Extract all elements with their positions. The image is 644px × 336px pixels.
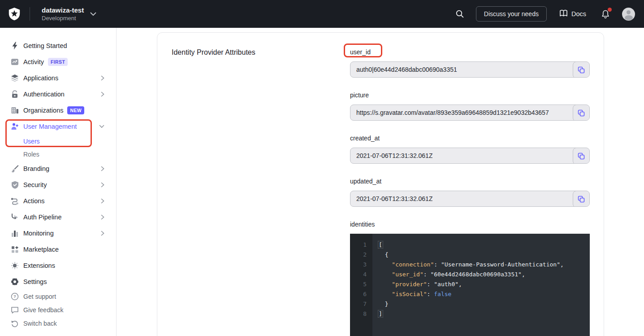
sidebar-item-branding[interactable]: Branding	[0, 161, 116, 177]
grid-plus-icon	[11, 245, 19, 253]
sidebar-subitem-roles[interactable]: Roles	[0, 148, 116, 161]
sidebar-item-organizations[interactable]: Organizations NEW	[0, 102, 116, 118]
field-picture: picture https://s.gravatar.com/avatar/89…	[350, 90, 590, 121]
code-line: 5 "provider": "auth0",	[350, 279, 590, 289]
sidebar-item-give-feedback[interactable]: Give feedback	[0, 303, 116, 317]
sidebar-subitem-users[interactable]: Users	[0, 135, 116, 148]
sidebar-item-auth-pipeline[interactable]: Auth Pipeline	[0, 209, 116, 225]
discuss-your-needs-button[interactable]: Discuss your needs	[476, 6, 547, 22]
lightning-icon	[11, 42, 19, 50]
field-label-identities: identities	[350, 219, 590, 229]
lock-icon	[11, 90, 19, 98]
field-label-updated-at: updated_at	[350, 176, 590, 186]
sidebar-item-applications[interactable]: Applications	[0, 70, 116, 86]
topbar-divider	[30, 7, 30, 21]
code-line: 8]	[350, 309, 590, 319]
field-label-created-at: created_at	[350, 133, 590, 143]
docs-label: Docs	[571, 10, 586, 17]
chevron-right-icon	[101, 182, 104, 188]
field-label-user-id: user_id	[350, 47, 590, 57]
docs-link[interactable]: Docs	[559, 9, 586, 18]
field-updated-at: updated_at 2021-07-06T12:31:32.061Z	[350, 176, 590, 207]
first-badge: FIRST	[48, 58, 68, 66]
copy-button[interactable]	[573, 105, 590, 121]
sidebar-item-extensions[interactable]: Extensions	[0, 257, 116, 274]
undo-arrow-icon	[11, 319, 19, 327]
line-number: 3	[350, 260, 372, 270]
line-number: 1	[350, 240, 372, 250]
field-user-id: user_id auth0|60e44d2468dabc00690a3351	[350, 47, 590, 78]
topbar: datawiza-test Development Discuss your n…	[0, 0, 644, 28]
line-number: 5	[350, 279, 372, 289]
code-line: 4 "user_id": "60e44d2468dabc00690a3351",	[350, 270, 590, 279]
activity-chart-icon	[11, 58, 19, 66]
question-circle-icon: ?	[11, 292, 19, 301]
sidebar-item-authentication[interactable]: Authentication	[0, 86, 116, 102]
picture-input[interactable]: https://s.gravatar.com/avatar/893e359a69…	[350, 105, 590, 121]
user-id-input[interactable]: auth0|60e44d2468dabc00690a3351	[350, 61, 590, 78]
chevron-right-icon	[101, 75, 104, 81]
book-icon	[559, 9, 568, 18]
chevron-down-icon	[99, 125, 104, 128]
shield-check-icon	[11, 181, 19, 189]
sidebar-item-security[interactable]: Security	[0, 177, 116, 193]
code-line: 1[	[350, 240, 590, 250]
line-number: 2	[350, 250, 372, 260]
identity-provider-attributes-card: Identity Provider Attributes user_id aut…	[157, 32, 604, 336]
speech-bubble-icon	[11, 306, 19, 314]
sidebar: Getting Started Activity FIRST Applicati…	[0, 28, 117, 336]
chevron-right-icon	[101, 231, 104, 236]
chevron-down-icon	[90, 12, 96, 16]
section-title: Identity Provider Attributes	[172, 47, 350, 58]
field-created-at: created_at 2021-07-06T12:31:32.061Z	[350, 133, 590, 164]
new-badge: NEW	[67, 106, 84, 114]
search-icon[interactable]	[452, 6, 468, 22]
user-gear-icon	[11, 122, 19, 131]
chevron-right-icon	[101, 214, 104, 220]
code-line: 2 {	[350, 250, 590, 260]
auth0-logo-icon[interactable]	[7, 7, 22, 21]
code-line: 6 "isSocial": false	[350, 289, 590, 299]
sidebar-item-actions[interactable]: Actions	[0, 193, 116, 209]
field-identities: identities 1[2 {3 "connection": "Usernam…	[350, 219, 590, 336]
tenant-environment: Development	[42, 14, 84, 22]
main-content: Identity Provider Attributes user_id aut…	[117, 28, 644, 336]
copy-button[interactable]	[573, 191, 590, 207]
flow-icon	[11, 197, 19, 205]
field-label-picture: picture	[350, 90, 590, 100]
gear-icon	[11, 278, 19, 286]
line-number: 4	[350, 270, 372, 279]
tenant-name: datawiza-test	[42, 6, 84, 14]
updated-at-input[interactable]: 2021-07-06T12:31:32.061Z	[350, 191, 590, 207]
notification-dot	[608, 8, 612, 12]
sidebar-item-switch-back[interactable]: Switch back	[0, 317, 116, 330]
line-number: 7	[350, 299, 372, 309]
sidebar-item-marketplace[interactable]: Marketplace	[0, 241, 116, 257]
identities-code-editor[interactable]: 1[2 {3 "connection": "Username-Password-…	[350, 234, 590, 336]
sidebar-item-user-management[interactable]: User Management	[0, 118, 116, 135]
code-line: 3 "connection": "Username-Password-Authe…	[350, 260, 590, 270]
sidebar-item-getting-started[interactable]: Getting Started	[0, 38, 116, 54]
notifications-bell-icon[interactable]	[600, 8, 611, 20]
code-line: 7 }	[350, 299, 590, 309]
copy-button[interactable]	[573, 61, 590, 78]
line-number: 8	[350, 309, 372, 319]
user-avatar[interactable]	[622, 8, 635, 21]
tenant-switcher[interactable]: datawiza-test Development	[42, 6, 96, 22]
sidebar-item-get-support[interactable]: ? Get support	[0, 290, 116, 303]
pipeline-arrow-icon	[11, 213, 19, 221]
chevron-right-icon	[101, 166, 104, 171]
chevron-right-icon	[101, 92, 104, 97]
created-at-input[interactable]: 2021-07-06T12:31:32.061Z	[350, 148, 590, 164]
chevron-right-icon	[101, 198, 104, 204]
avatar-person-icon	[627, 10, 631, 14]
bar-chart-icon	[11, 229, 19, 237]
sidebar-item-monitoring[interactable]: Monitoring	[0, 225, 116, 241]
paintbrush-icon	[11, 165, 19, 173]
sidebar-item-settings[interactable]: Settings	[0, 274, 116, 290]
building-icon	[11, 106, 19, 114]
chip-icon	[11, 262, 19, 270]
copy-button[interactable]	[573, 148, 590, 164]
line-number: 6	[350, 289, 372, 299]
sidebar-item-activity[interactable]: Activity FIRST	[0, 54, 116, 70]
